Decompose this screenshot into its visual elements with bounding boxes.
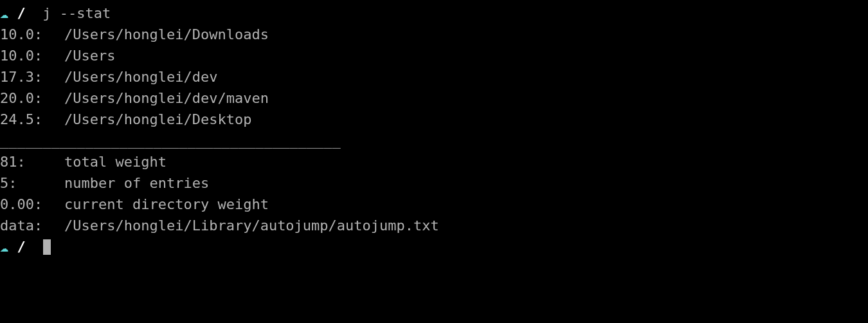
summary-label: number of entries [64, 175, 209, 191]
entry-row: 20.0:/Users/honglei/dev/maven [0, 88, 868, 109]
summary-row: 5:number of entries [0, 172, 868, 194]
summary-row: 81:total weight [0, 151, 868, 172]
entry-weight: 20.0: [0, 88, 64, 109]
summary-row: 0.00:current directory weight [0, 194, 868, 215]
summary-label: total weight [64, 154, 167, 170]
summary-key: 5: [0, 172, 64, 194]
data-row: data:/Users/honglei/Library/autojump/aut… [0, 215, 868, 236]
entry-path: /Users/honglei/dev [64, 69, 217, 85]
cwd-path: / [17, 5, 26, 21]
entry-row: 24.5:/Users/honglei/Desktop [0, 109, 868, 130]
data-key: data: [0, 215, 64, 236]
summary-key: 0.00: [0, 194, 64, 215]
cwd-path: / [17, 239, 26, 255]
prompt-line[interactable]: ☁ / j --stat [0, 3, 868, 24]
separator-line: ________________________________________ [0, 130, 868, 151]
summary-key: 81: [0, 151, 64, 172]
entry-row: 17.3:/Users/honglei/dev [0, 66, 868, 88]
entry-path: /Users/honglei/Desktop [64, 111, 251, 127]
entry-path: /Users [64, 48, 115, 64]
entry-weight: 10.0: [0, 24, 64, 45]
summary-label: current directory weight [64, 196, 269, 212]
entry-row: 10.0:/Users [0, 45, 868, 66]
cursor [43, 239, 51, 255]
command-text: j --stat [42, 5, 111, 21]
entry-path: /Users/honglei/dev/maven [64, 90, 269, 106]
data-path: /Users/honglei/Library/autojump/autojump… [64, 217, 439, 234]
entry-weight: 24.5: [0, 109, 64, 130]
entry-path: /Users/honglei/Downloads [64, 26, 269, 42]
cloud-icon: ☁ [0, 239, 8, 255]
entry-weight: 17.3: [0, 66, 64, 88]
cloud-icon: ☁ [0, 5, 8, 21]
entry-weight: 10.0: [0, 45, 64, 66]
prompt-line[interactable]: ☁ / [0, 236, 868, 257]
entry-row: 10.0:/Users/honglei/Downloads [0, 24, 868, 45]
